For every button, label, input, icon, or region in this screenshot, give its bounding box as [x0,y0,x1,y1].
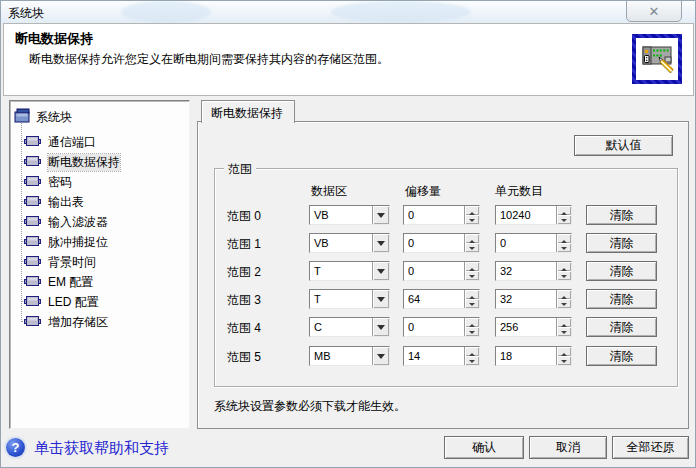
range-label: 范围 5 [227,349,261,366]
spin-up-icon[interactable] [464,290,479,299]
module-icon [24,255,41,267]
spin-up-icon[interactable] [464,318,479,327]
close-button[interactable]: ✕ [626,0,682,22]
tree-item-label: 增加存储区 [48,314,108,331]
chevron-down-icon[interactable] [372,347,389,365]
range-row-5: 范围 5 MB 14 18 清除 [215,346,677,366]
cancel-button[interactable]: 取消 [529,436,607,459]
range-row-3: 范围 3 T 64 32 清除 [215,289,677,309]
data-area-select[interactable]: MB [309,346,390,366]
range-group-box: 范围 数据区 偏移量 单元数目 范围 0 VB 0 10240 清除 范围 1 … [214,168,678,387]
system-block-dialog: 系统块 ✕ 断电数据保持 断电数据保持允许您定义在断电期间需要保持其内容的存储区… [0,0,696,468]
module-icon [24,195,41,207]
count-stepper[interactable]: 32 [495,261,572,281]
module-icon [24,135,41,147]
count-stepper[interactable]: 18 [495,346,572,366]
tree-item-label: LED 配置 [48,294,99,311]
confirm-button[interactable]: 确认 [444,436,524,459]
chevron-down-icon[interactable] [372,262,389,280]
spin-down-icon[interactable] [464,327,479,336]
tree-item-retentive-data[interactable]: 断电数据保持 [10,151,189,171]
tree-item-add-memory[interactable]: 增加存储区 [10,311,189,331]
spin-down-icon[interactable] [556,299,571,308]
tree-item-pulse-catch[interactable]: 脉冲捕捉位 [10,231,189,251]
tree-item-output-table[interactable]: 输出表 [10,191,189,211]
spin-up-icon[interactable] [464,262,479,271]
tree-item-led-config[interactable]: LED 配置 [10,291,189,311]
spin-up-icon[interactable] [556,290,571,299]
offset-stepper[interactable]: 0 [403,317,480,337]
range-label: 范围 1 [227,236,261,253]
question-mark-icon[interactable]: ? [6,438,25,457]
data-area-select[interactable]: C [309,317,390,337]
module-icon [24,275,41,287]
count-stepper[interactable]: 256 [495,317,572,337]
spin-down-icon[interactable] [464,356,479,365]
spin-down-icon[interactable] [556,243,571,252]
chevron-down-icon[interactable] [372,318,389,336]
spin-down-icon[interactable] [464,271,479,280]
tree-item-em-config[interactable]: EM 配置 [10,271,189,291]
offset-stepper[interactable]: 64 [403,289,480,309]
chevron-down-icon[interactable] [372,290,389,308]
tree-item-label: 断电数据保持 [48,154,120,171]
range-label: 范围 4 [227,320,261,337]
data-area-select[interactable]: T [309,261,390,281]
count-stepper[interactable]: 10240 [495,205,572,225]
chevron-down-icon[interactable] [372,206,389,224]
tab-retentive-data[interactable]: 断电数据保持 [201,100,295,123]
module-icon [24,215,41,227]
range-label: 范围 3 [227,292,261,309]
spin-up-icon[interactable] [556,262,571,271]
spin-up-icon[interactable] [464,206,479,215]
restore-all-button[interactable]: 全部还原 [612,436,689,459]
tree-item-comm-port[interactable]: 通信端口 [10,131,189,151]
clear-button[interactable]: 清除 [586,289,657,309]
range-label: 范围 2 [227,264,261,281]
offset-stepper[interactable]: 14 [403,346,480,366]
help-link[interactable]: ? 单击获取帮助和支持 [6,437,266,461]
module-icon [24,175,41,187]
spin-up-icon[interactable] [556,206,571,215]
count-stepper[interactable]: 0 [495,233,572,253]
column-header-offset: 偏移量 [405,183,441,200]
tree-item-label: 脉冲捕捉位 [48,234,108,251]
spin-up-icon[interactable] [464,347,479,356]
tree-root-system-block[interactable]: 系统块 [10,107,189,125]
close-icon: ✕ [627,4,681,19]
spin-up-icon[interactable] [556,234,571,243]
tree-item-background-time[interactable]: 背景时间 [10,251,189,271]
defaults-button[interactable]: 默认值 [574,135,673,156]
clear-button[interactable]: 清除 [586,233,657,253]
spin-down-icon[interactable] [464,215,479,224]
clear-button[interactable]: 清除 [586,205,657,225]
spin-down-icon[interactable] [556,271,571,280]
chevron-down-icon[interactable] [372,234,389,252]
offset-stepper[interactable]: 0 [403,205,480,225]
tree-item-input-filter[interactable]: 输入滤波器 [10,211,189,231]
spin-up-icon[interactable] [556,318,571,327]
tree-root-label: 系统块 [36,109,72,126]
clear-button[interactable]: 清除 [586,317,657,337]
spin-down-icon[interactable] [556,356,571,365]
spin-down-icon[interactable] [556,327,571,336]
data-area-select[interactable]: VB [309,205,390,225]
glass-streak [331,1,471,23]
offset-stepper[interactable]: 0 [403,233,480,253]
spin-down-icon[interactable] [464,243,479,252]
spin-up-icon[interactable] [464,234,479,243]
offset-stepper[interactable]: 0 [403,261,480,281]
data-area-select[interactable]: T [309,289,390,309]
tree-item-label: 输出表 [48,194,84,211]
spin-down-icon[interactable] [464,299,479,308]
clear-button[interactable]: 清除 [586,261,657,281]
spin-up-icon[interactable] [556,347,571,356]
header-strip: 断电数据保持 断电数据保持允许您定义在断电期间需要保持其内容的存储区范围。 [3,23,694,96]
tree-item-password[interactable]: 密码 [10,171,189,191]
data-area-select[interactable]: VB [309,233,390,253]
module-icon [24,235,41,247]
clear-button[interactable]: 清除 [586,346,657,366]
count-stepper[interactable]: 32 [495,289,572,309]
spin-down-icon[interactable] [556,215,571,224]
tree-item-label: 输入滤波器 [48,214,108,231]
